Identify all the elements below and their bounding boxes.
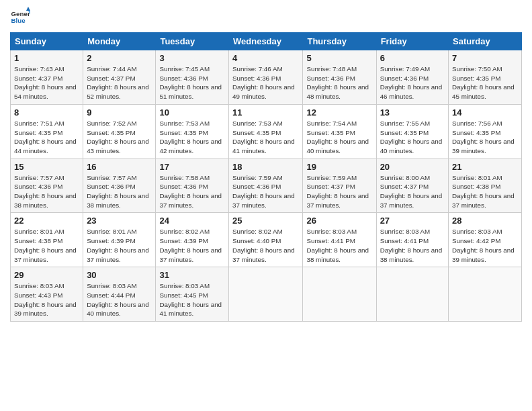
day-number: 31 [159,270,225,280]
day-info: Sunrise: 8:03 AMSunset: 4:42 PMDaylight:… [452,227,518,264]
day-number: 9 [87,107,152,118]
day-cell: 29Sunrise: 8:03 AMSunset: 4:43 PMDayligh… [11,267,83,322]
day-cell: 30Sunrise: 8:03 AMSunset: 4:44 PMDayligh… [83,267,156,322]
weekday-tuesday: Tuesday [156,33,229,50]
day-cell: 12Sunrise: 7:54 AMSunset: 4:35 PMDayligh… [303,104,376,158]
day-info: Sunrise: 8:00 AMSunset: 4:37 PMDaylight:… [380,173,445,210]
week-row-5: 29Sunrise: 8:03 AMSunset: 4:43 PMDayligh… [11,267,522,322]
day-info: Sunrise: 7:52 AMSunset: 4:35 PMDaylight:… [87,119,152,156]
day-cell: 19Sunrise: 7:59 AMSunset: 4:37 PMDayligh… [303,158,376,213]
day-info: Sunrise: 7:55 AMSunset: 4:35 PMDaylight:… [380,119,445,156]
day-cell [376,267,448,322]
day-number: 2 [87,53,152,63]
weekday-sunday: Sunday [11,33,83,50]
day-info: Sunrise: 7:45 AMSunset: 4:36 PMDaylight:… [159,64,225,101]
day-number: 8 [14,107,79,118]
week-row-2: 8Sunrise: 7:51 AMSunset: 4:35 PMDaylight… [11,104,522,158]
weekday-friday: Friday [376,33,448,50]
day-number: 4 [232,53,299,63]
day-info: Sunrise: 7:43 AMSunset: 4:37 PMDaylight:… [14,64,79,101]
day-info: Sunrise: 8:01 AMSunset: 4:38 PMDaylight:… [14,227,79,264]
day-cell [303,267,376,322]
svg-marker-2 [26,7,30,11]
day-cell: 25Sunrise: 8:02 AMSunset: 4:40 PMDayligh… [229,213,303,267]
day-info: Sunrise: 7:48 AMSunset: 4:36 PMDaylight:… [306,64,372,101]
day-cell: 11Sunrise: 7:53 AMSunset: 4:35 PMDayligh… [229,104,303,158]
day-cell: 9Sunrise: 7:52 AMSunset: 4:35 PMDaylight… [83,104,156,158]
day-info: Sunrise: 8:03 AMSunset: 4:43 PMDaylight:… [14,281,79,318]
day-cell: 8Sunrise: 7:51 AMSunset: 4:35 PMDaylight… [11,104,83,158]
day-cell: 24Sunrise: 8:02 AMSunset: 4:39 PMDayligh… [156,213,229,267]
day-number: 14 [452,107,518,118]
day-cell: 2Sunrise: 7:44 AMSunset: 4:37 PMDaylight… [83,50,156,105]
day-cell: 16Sunrise: 7:57 AMSunset: 4:36 PMDayligh… [83,158,156,213]
day-info: Sunrise: 7:51 AMSunset: 4:35 PMDaylight:… [14,119,79,156]
day-cell: 7Sunrise: 7:50 AMSunset: 4:35 PMDaylight… [449,50,522,105]
week-row-4: 22Sunrise: 8:01 AMSunset: 4:38 PMDayligh… [11,213,522,267]
day-cell: 26Sunrise: 8:03 AMSunset: 4:41 PMDayligh… [303,213,376,267]
day-cell: 22Sunrise: 8:01 AMSunset: 4:38 PMDayligh… [11,213,83,267]
day-info: Sunrise: 8:03 AMSunset: 4:45 PMDaylight:… [159,281,225,318]
day-info: Sunrise: 7:58 AMSunset: 4:36 PMDaylight:… [159,173,225,210]
day-cell: 14Sunrise: 7:56 AMSunset: 4:35 PMDayligh… [449,104,522,158]
day-info: Sunrise: 7:44 AMSunset: 4:37 PMDaylight:… [87,64,152,101]
day-info: Sunrise: 8:01 AMSunset: 4:39 PMDaylight:… [87,227,152,264]
day-info: Sunrise: 7:53 AMSunset: 4:35 PMDaylight:… [232,119,299,156]
day-info: Sunrise: 8:02 AMSunset: 4:39 PMDaylight:… [159,227,225,264]
day-info: Sunrise: 7:46 AMSunset: 4:36 PMDaylight:… [232,64,299,101]
day-cell: 23Sunrise: 8:01 AMSunset: 4:39 PMDayligh… [83,213,156,267]
day-number: 1 [14,53,79,63]
day-cell: 1Sunrise: 7:43 AMSunset: 4:37 PMDaylight… [11,50,83,105]
day-number: 23 [87,216,152,226]
day-number: 21 [452,162,518,172]
calendar-table: SundayMondayTuesdayWednesdayThursdayFrid… [10,32,522,322]
day-info: Sunrise: 7:57 AMSunset: 4:36 PMDaylight:… [87,173,152,210]
day-number: 28 [452,216,518,226]
day-info: Sunrise: 7:50 AMSunset: 4:35 PMDaylight:… [452,64,518,101]
page: General Blue SundayMondayTuesdayWednesda… [0,0,532,411]
day-cell: 21Sunrise: 8:01 AMSunset: 4:38 PMDayligh… [449,158,522,213]
day-number: 11 [232,107,299,118]
day-number: 12 [306,107,372,118]
logo-icon: General Blue [10,7,30,27]
day-info: Sunrise: 8:03 AMSunset: 4:41 PMDaylight:… [306,227,372,264]
day-number: 25 [232,216,299,226]
day-number: 22 [14,216,79,226]
day-cell: 15Sunrise: 7:57 AMSunset: 4:36 PMDayligh… [11,158,83,213]
day-info: Sunrise: 7:54 AMSunset: 4:35 PMDaylight:… [306,119,372,156]
day-number: 13 [380,107,445,118]
weekday-monday: Monday [83,33,156,50]
day-info: Sunrise: 7:57 AMSunset: 4:36 PMDaylight:… [14,173,79,210]
day-number: 20 [380,162,445,172]
day-cell: 28Sunrise: 8:03 AMSunset: 4:42 PMDayligh… [449,213,522,267]
day-info: Sunrise: 8:02 AMSunset: 4:40 PMDaylight:… [232,227,299,264]
day-cell [229,267,303,322]
day-number: 15 [14,162,79,172]
day-number: 24 [159,216,225,226]
weekday-header-row: SundayMondayTuesdayWednesdayThursdayFrid… [11,33,522,50]
logo: General Blue [10,7,30,27]
day-cell: 13Sunrise: 7:55 AMSunset: 4:35 PMDayligh… [376,104,448,158]
header: General Blue [10,7,522,27]
day-number: 6 [380,53,445,63]
day-cell: 4Sunrise: 7:46 AMSunset: 4:36 PMDaylight… [229,50,303,105]
weekday-saturday: Saturday [449,33,522,50]
day-number: 16 [87,162,152,172]
day-cell: 3Sunrise: 7:45 AMSunset: 4:36 PMDaylight… [156,50,229,105]
day-info: Sunrise: 8:01 AMSunset: 4:38 PMDaylight:… [452,173,518,210]
day-cell: 17Sunrise: 7:58 AMSunset: 4:36 PMDayligh… [156,158,229,213]
day-number: 18 [232,162,299,172]
day-info: Sunrise: 8:03 AMSunset: 4:44 PMDaylight:… [87,281,152,318]
day-info: Sunrise: 7:53 AMSunset: 4:35 PMDaylight:… [159,119,225,156]
week-row-3: 15Sunrise: 7:57 AMSunset: 4:36 PMDayligh… [11,158,522,213]
day-number: 3 [159,53,225,63]
day-number: 10 [159,107,225,118]
day-cell [449,267,522,322]
day-info: Sunrise: 7:49 AMSunset: 4:36 PMDaylight:… [380,64,445,101]
day-cell: 10Sunrise: 7:53 AMSunset: 4:35 PMDayligh… [156,104,229,158]
day-number: 29 [14,270,79,280]
day-cell: 27Sunrise: 8:03 AMSunset: 4:41 PMDayligh… [376,213,448,267]
svg-text:Blue: Blue [11,17,26,24]
day-info: Sunrise: 7:59 AMSunset: 4:36 PMDaylight:… [232,173,299,210]
day-cell: 5Sunrise: 7:48 AMSunset: 4:36 PMDaylight… [303,50,376,105]
